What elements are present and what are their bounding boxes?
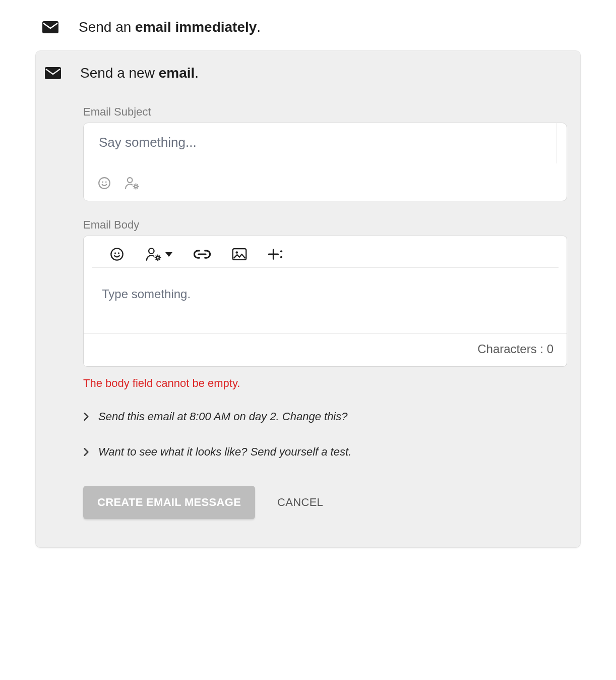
- preview-expander[interactable]: Want to see what it looks like? Send you…: [83, 445, 567, 459]
- svg-rect-21: [42, 21, 58, 33]
- chevron-down-icon: [165, 252, 172, 257]
- subject-box: [83, 123, 567, 201]
- char-counter: Characters : 0: [84, 333, 567, 366]
- person-gear-dropdown[interactable]: [145, 247, 172, 261]
- chevron-right-icon: [83, 447, 89, 457]
- body-toolbar: [92, 236, 559, 268]
- preview-expander-label: Want to see what it looks like? Send you…: [98, 445, 351, 459]
- subject-label: Email Subject: [83, 105, 567, 119]
- send-immediate-option[interactable]: Send an email immediately.: [35, 15, 581, 50]
- body-label: Email Body: [83, 218, 567, 232]
- body-editor[interactable]: Type something.: [84, 268, 567, 333]
- chevron-right-icon: [83, 412, 89, 421]
- cancel-button[interactable]: Cancel: [274, 495, 326, 509]
- more-insert-icon[interactable]: [268, 248, 283, 261]
- schedule-expander-label: Send this email at 8:00 AM on day 2. Cha…: [98, 410, 347, 423]
- link-icon[interactable]: [194, 249, 211, 259]
- compose-email-card: Send a new email. Email Subject: [35, 50, 581, 548]
- person-gear-icon[interactable]: [124, 177, 140, 190]
- card-header: Send a new email.: [45, 65, 567, 81]
- body-error-text: The body field cannot be empty.: [83, 377, 567, 390]
- schedule-expander[interactable]: Send this email at 8:00 AM on day 2. Cha…: [83, 410, 567, 423]
- emoji-icon[interactable]: [98, 177, 111, 190]
- scrollbar-track[interactable]: [557, 123, 567, 163]
- envelope-icon: [42, 21, 59, 33]
- body-box: Type something. Characters : 0: [83, 236, 567, 367]
- send-immediate-label: Send an email immediately.: [79, 19, 261, 35]
- svg-rect-22: [45, 67, 61, 79]
- create-email-button[interactable]: Create Email Message: [83, 486, 255, 519]
- card-title: Send a new email.: [80, 65, 199, 81]
- emoji-icon[interactable]: [110, 247, 124, 261]
- subject-input[interactable]: [98, 134, 552, 151]
- image-icon[interactable]: [232, 248, 247, 261]
- envelope-icon: [45, 67, 62, 79]
